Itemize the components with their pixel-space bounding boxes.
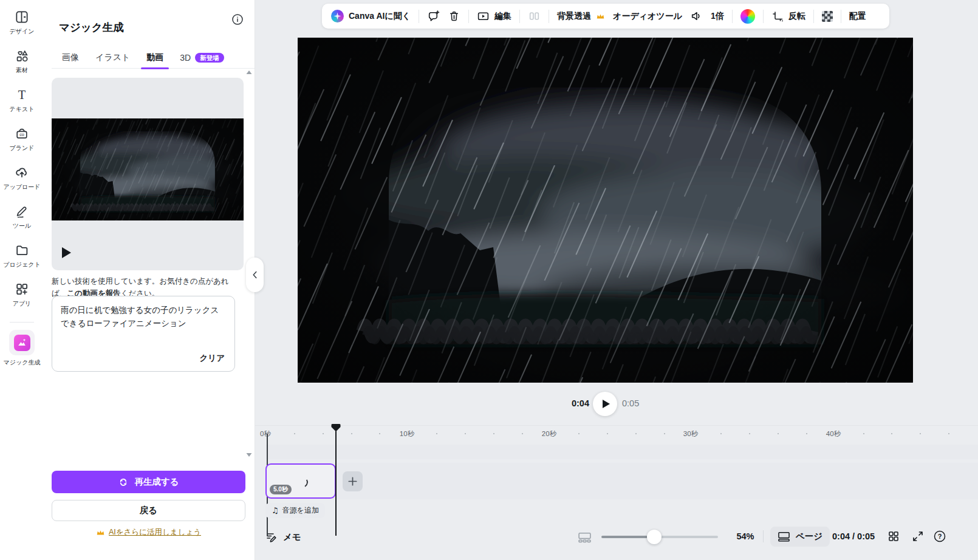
- sidebar-item-label: 素材: [16, 66, 28, 75]
- sidebar-item-apps[interactable]: アプリ: [0, 282, 44, 308]
- ruler-tick-dot: [493, 433, 494, 434]
- regenerate-button[interactable]: 再生成する: [52, 471, 245, 493]
- panel-collapse-handle[interactable]: [246, 258, 264, 292]
- sidebar-item-text[interactable]: T テキスト: [0, 87, 44, 114]
- grid-view-icon[interactable]: [887, 530, 900, 542]
- add-page-button[interactable]: [343, 471, 363, 491]
- sidebar-item-brand[interactable]: co ブランド: [0, 126, 44, 152]
- sidebar-item-label: ブランド: [10, 144, 35, 152]
- music-note-icon: ♫: [272, 506, 279, 515]
- playhead-line[interactable]: [335, 431, 337, 536]
- timeline-view-icon[interactable]: [578, 531, 592, 544]
- sidebar-item-projects[interactable]: プロジェクト: [0, 243, 44, 269]
- brand-icon: co: [15, 126, 29, 141]
- position-button[interactable]: 配置: [849, 11, 866, 22]
- ruler-tick-dot: [294, 433, 295, 434]
- ruler-tick-dot: [436, 433, 437, 434]
- sidebar-item-label: アップロード: [3, 183, 40, 191]
- info-icon[interactable]: [231, 13, 244, 26]
- fullscreen-icon[interactable]: [912, 530, 924, 542]
- color-wheel-icon[interactable]: [740, 9, 755, 24]
- page-view-button[interactable]: ページ: [770, 527, 830, 547]
- generated-video-thumbnail[interactable]: [52, 78, 244, 270]
- text-icon: T: [15, 87, 29, 102]
- ruler-tick-dot: [522, 433, 523, 434]
- canva-ai-icon: [331, 10, 344, 22]
- rail-divider: [10, 322, 34, 323]
- ai-upsell-link[interactable]: AIをさらに活用しましょう: [52, 527, 245, 538]
- clear-button[interactable]: クリア: [200, 353, 225, 364]
- tab-illustration[interactable]: イラスト: [95, 47, 130, 68]
- zoom-percent: 54%: [732, 531, 759, 541]
- sidebar-item-magic-generate[interactable]: マジック生成: [0, 330, 44, 367]
- sidebar-item-label: テキスト: [10, 105, 35, 114]
- help-icon[interactable]: ?: [933, 530, 946, 543]
- play-button[interactable]: [593, 392, 617, 416]
- sidebar-item-design[interactable]: デザイン: [0, 10, 44, 36]
- current-time: 0:04: [565, 398, 589, 408]
- sidebar-item-elements[interactable]: 素材: [0, 49, 44, 75]
- back-button[interactable]: 戻る: [52, 500, 245, 521]
- background-remove-button[interactable]: 背景透過: [557, 11, 605, 22]
- projects-icon: [15, 243, 29, 258]
- canvas-video-page[interactable]: [298, 38, 913, 383]
- ruler-tick-dot: [806, 433, 807, 434]
- sidebar-item-uploads[interactable]: アップロード: [0, 165, 44, 191]
- tab-image[interactable]: 画像: [62, 47, 79, 68]
- audio-tools-button[interactable]: オーディオツール: [613, 11, 682, 22]
- playback-speed-button[interactable]: 1倍: [711, 11, 724, 22]
- zoom-slider-thumb[interactable]: [647, 530, 662, 544]
- sidebar-item-tools[interactable]: ツール: [0, 204, 44, 230]
- elements-icon: [15, 49, 29, 63]
- context-toolbar: Canva AIに聞く 編集 背景透過 オーディオツール 1倍 反転 配置: [322, 4, 889, 29]
- ruler-tick-dot: [578, 433, 580, 434]
- sidebar-item-label: デザイン: [10, 27, 35, 36]
- ruler-label: 10秒: [400, 429, 414, 439]
- crop-icon: [771, 10, 784, 22]
- ruler-label: 30秒: [683, 429, 698, 439]
- transparency-icon[interactable]: [822, 11, 833, 22]
- ask-canva-ai-button[interactable]: Canva AIに聞く: [331, 10, 411, 22]
- ruler-tick-dot: [778, 433, 779, 434]
- ruler-label: 0秒: [260, 429, 271, 439]
- tab-video[interactable]: 動画: [146, 47, 163, 68]
- scroll-down-icon[interactable]: [245, 452, 253, 458]
- ruler-tick-dot: [863, 433, 864, 434]
- pages-icon: [778, 531, 790, 542]
- ruler-tick-dot: [948, 433, 949, 434]
- ruler-label: 40秒: [826, 429, 841, 439]
- ruler-tick-dot: [891, 433, 892, 434]
- svg-text:?: ?: [938, 533, 942, 540]
- ruler-tick-dot: [323, 433, 324, 434]
- ruler-tick-dot: [720, 433, 722, 434]
- video-clip[interactable]: 5.0秒: [265, 463, 336, 499]
- notes-button[interactable]: メモ: [265, 531, 301, 543]
- ruler-tick-dot: [635, 433, 637, 434]
- comment-button[interactable]: [427, 10, 440, 22]
- scroll-up-icon[interactable]: [245, 69, 253, 75]
- duration-display: 0:04 / 0:05: [832, 531, 875, 541]
- playhead-handle[interactable]: [331, 423, 341, 432]
- prompt-text: 雨の日に机で勉強する女の子のリラックスできるローファイアニメーション: [61, 304, 226, 330]
- ruler-tick-dot: [607, 433, 608, 434]
- volume-button[interactable]: [690, 10, 703, 22]
- tab-3d[interactable]: 3D新登場: [180, 47, 224, 68]
- generate-type-tabs: 画像 イラスト 動画 3D新登場: [52, 47, 255, 69]
- timeline-ruler[interactable]: 0秒 10秒 20秒 30秒 40秒: [255, 425, 978, 443]
- prompt-input[interactable]: 雨の日に机で勉強する女の子のリラックスできるローファイアニメーション クリア: [52, 296, 235, 372]
- add-audio-button[interactable]: ♫音源を追加: [265, 503, 325, 518]
- magic-generate-panel: マジック生成 画像 イラスト 動画 3D新登場 新しい技術を使用しています。お気…: [44, 0, 255, 560]
- delete-button[interactable]: [448, 10, 460, 22]
- crop-button[interactable]: 反転: [771, 10, 805, 22]
- ruler-tick-dot: [379, 433, 380, 434]
- chevron-left-icon: [252, 271, 258, 279]
- thumbnail-play-icon[interactable]: [60, 246, 72, 259]
- crown-icon: [96, 528, 105, 536]
- zoom-slider[interactable]: [601, 536, 718, 538]
- spinner-icon: [296, 476, 309, 489]
- svg-text:T: T: [18, 88, 26, 101]
- total-time: 0:05: [622, 398, 639, 408]
- flip-button[interactable]: [528, 10, 541, 22]
- video-edit-button[interactable]: 編集: [477, 10, 511, 22]
- sidebar-item-label: マジック生成: [4, 358, 41, 367]
